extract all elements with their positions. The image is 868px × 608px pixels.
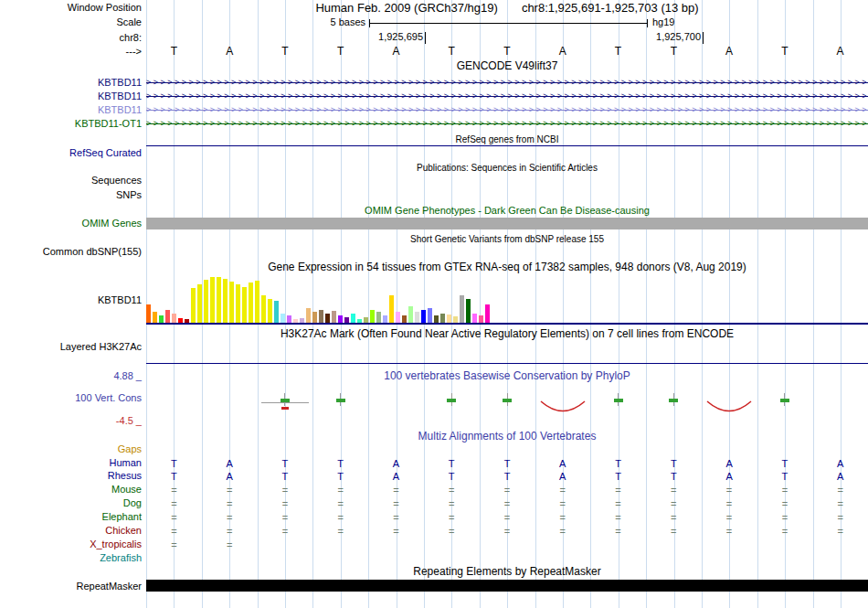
gtex-bar [338, 315, 343, 323]
base-letter: = [393, 525, 398, 538]
multiz-row-x_tropicalis: == [146, 539, 868, 551]
gtex-bar [396, 312, 400, 323]
track-label-kbtbd11-2[interactable]: KBTBD11 [0, 91, 142, 102]
multiz-species-rhesus[interactable]: Rhesus [0, 470, 142, 482]
track-label-omim-genes[interactable]: OMIM Genes [0, 218, 142, 229]
base-letter: = [615, 511, 620, 524]
base-letter: T [282, 457, 289, 470]
track-label-layered-h3k27ac[interactable]: Layered H3K27Ac [0, 341, 142, 353]
scale-label: Scale [0, 16, 142, 28]
transcript-kbtbd11-3[interactable]: >>>>>>>>>>>>>>>>>>>>>>>>>>>>>>>>>>>>>>>>… [146, 104, 868, 116]
multiz-species-human[interactable]: Human [0, 457, 142, 469]
track-label-kbtbd11-3[interactable]: KBTBD11 [0, 104, 142, 116]
gtex-bar [370, 310, 375, 323]
genome-name: hg19 [652, 16, 674, 28]
multiz-species-zebrafish[interactable]: Zebrafish [0, 552, 142, 564]
multiz-row-elephant: ============= [146, 511, 868, 524]
base-letter: T [282, 470, 289, 483]
multiz-row-chicken: ============= [146, 525, 868, 538]
transcript-kbtbd11-2[interactable]: >>>>>>>>>>>>>>>>>>>>>>>>>>>>>>>>>>>>>>>>… [146, 91, 868, 102]
window-position-title: Human Feb. 2009 (GRCh37/hg19)chr8:1,925,… [146, 2, 868, 14]
omim-genes-bar[interactable] [146, 218, 868, 229]
base-letter: = [615, 484, 620, 496]
gtex-bar [210, 277, 215, 323]
ruler-tick-label-2: 1,925,700 [619, 31, 701, 43]
transcript-kbtbd11-ot1-4[interactable]: >>>>>>>>>>>>>>>>>>>>>>>>>>>>>>>>>>>>>>>>… [146, 118, 868, 130]
gtex-bar [223, 279, 228, 323]
track-label-kbtbd11-ot1-4[interactable]: KBTBD11-OT1 [0, 118, 142, 130]
gtex-bar [415, 312, 419, 323]
ucsc-genome-browser-image: Window Position Human Feb. 2009 (GRCh37/… [0, 0, 868, 608]
base-letter: A [725, 457, 732, 470]
base-letter: T [449, 457, 455, 470]
base-letter: = [560, 525, 566, 538]
base-letter: = [504, 525, 510, 538]
gtex-bar [453, 316, 458, 323]
track-label-sequences[interactable]: Sequences [0, 175, 142, 187]
gtex-bar [389, 295, 394, 323]
track-label-100-vert-cons[interactable]: 100 Vert. Cons [0, 392, 142, 404]
base-letter: = [227, 511, 232, 524]
base-letter: T [503, 45, 510, 58]
base-letter: = [171, 511, 176, 524]
multiz-species-dog[interactable]: Dog [0, 497, 142, 509]
base-letter: A [226, 470, 232, 483]
track-label-repeatmasker[interactable]: RepeatMasker [0, 581, 142, 592]
gtex-bar [268, 299, 272, 323]
conservation-min-label: -4.5 _ [0, 415, 142, 427]
gtex-expression-track[interactable] [146, 274, 868, 323]
base-letter: = [337, 497, 343, 510]
base-letter: A [393, 457, 399, 470]
base-letter: = [671, 511, 676, 524]
gtex-bar [383, 315, 387, 323]
gtex-bar [306, 308, 311, 323]
track-label-gtex-kbtbd11[interactable]: KBTBD11 [0, 294, 142, 306]
base-letter: A [837, 45, 844, 58]
gtex-bar [325, 314, 330, 323]
gtex-bar [319, 310, 323, 323]
multiz-row-dog: ============= [146, 497, 868, 510]
publications-title: Publications: Sequences in Scientific Ar… [146, 162, 868, 174]
base-letter: T [615, 45, 621, 58]
base-letter: A [837, 470, 843, 483]
base-letter: = [227, 484, 232, 496]
base-letter: T [171, 457, 177, 470]
multiz-species-mouse[interactable]: Mouse [0, 484, 142, 496]
gtex-title: Gene Expression in 54 tissues from GTEx … [146, 261, 868, 273]
gtex-bar [261, 295, 266, 323]
gtex-bar [332, 311, 336, 323]
base-letter: A [725, 470, 732, 483]
base-letter: = [449, 484, 454, 496]
track-label-common-dbsnp[interactable]: Common dbSNP(155) [0, 246, 142, 258]
base-letter: = [726, 484, 732, 496]
h3k27ac-title: H3K27Ac Mark (Often Found Near Active Re… [146, 328, 868, 340]
gtex-bar [191, 288, 196, 323]
multiz-species-gaps[interactable]: Gaps [0, 443, 142, 455]
track-label-refseq-curated[interactable]: RefSeq Curated [0, 147, 142, 159]
transcript-kbtbd11-1[interactable]: >>>>>>>>>>>>>>>>>>>>>>>>>>>>>>>>>>>>>>>>… [146, 77, 868, 89]
assembly-title: Human Feb. 2009 (GRCh37/hg19) [315, 1, 497, 15]
base-letter: A [226, 457, 232, 470]
conservation-plot[interactable] [146, 366, 868, 421]
base-letter: T [449, 470, 455, 483]
base-letter: = [726, 511, 732, 524]
ruler-tick-label-1: 1,925,695 [341, 31, 423, 43]
track-label-kbtbd11-1[interactable]: KBTBD11 [0, 77, 142, 89]
gtex-bar [421, 310, 426, 323]
base-letter: A [559, 470, 566, 483]
multiz-species-x_tropicalis[interactable]: X_tropicalis [0, 539, 142, 550]
strand-direction-label: ---> [0, 46, 142, 58]
repeatmasker-bar[interactable] [146, 580, 868, 592]
base-letter: = [227, 497, 232, 510]
track-label-snps[interactable]: SNPs [0, 189, 142, 201]
multiz-species-chicken[interactable]: Chicken [0, 525, 142, 537]
conservation-max-label: 4.88 _ [0, 370, 142, 382]
gtex-bar [165, 310, 170, 323]
base-letter: A [837, 457, 843, 470]
gtex-bar [351, 314, 355, 323]
multiz-species-elephant[interactable]: Elephant [0, 511, 142, 523]
cons-positive-tick [336, 399, 345, 402]
scale-bar [369, 19, 648, 27]
base-letter: = [337, 525, 343, 538]
base-letter: A [559, 457, 566, 470]
